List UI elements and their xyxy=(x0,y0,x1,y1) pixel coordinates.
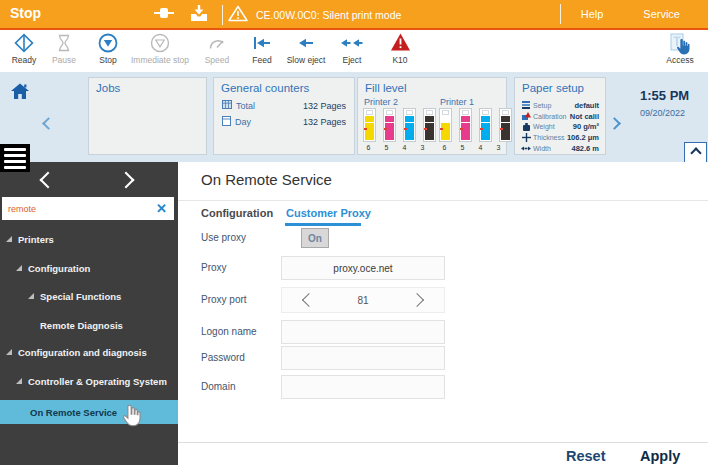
reset-button[interactable]: Reset xyxy=(566,448,606,464)
scroll-right-chevron-icon[interactable] xyxy=(610,114,619,132)
printer1-label: Printer 1 xyxy=(440,97,474,107)
apply-button[interactable]: Apply xyxy=(640,448,680,464)
sidebar-item-special-functions[interactable]: Special Functions xyxy=(0,284,178,308)
service-button[interactable]: Service xyxy=(623,8,700,20)
logon-name-input[interactable] xyxy=(281,320,445,344)
alert-message: CE.00W.0C0: Silent print mode xyxy=(256,9,401,21)
clear-search-icon[interactable]: ✕ xyxy=(149,201,174,216)
tab-configuration[interactable]: Configuration xyxy=(201,207,273,219)
password-input[interactable] xyxy=(281,346,445,370)
sidebar-item-label: Remote Diagnosis xyxy=(40,320,123,331)
download-icon[interactable] xyxy=(188,4,210,26)
counter-value: 132 Pages xyxy=(303,101,346,111)
logon-name-label: Logon name xyxy=(201,326,257,337)
ink-bottle-magenta xyxy=(383,108,396,142)
toolbar-immediate-stop-button[interactable]: Immediate stop xyxy=(125,32,195,65)
alert-banner[interactable]: CE.00W.0C0: Silent print mode xyxy=(228,5,401,24)
tab-customer-proxy[interactable]: Customer Proxy xyxy=(286,207,371,219)
collapse-dashboard-button[interactable] xyxy=(684,142,707,163)
sidebar-item-remote-diagnosis[interactable]: Remote Diagnosis xyxy=(0,313,178,337)
sidebar-item-label: On Remote Service xyxy=(30,407,117,418)
clock-date: 09/20/2022 xyxy=(640,108,685,118)
printer-control-app: Stop CE.00W.0C0: Silent print mode Help … xyxy=(0,0,708,465)
toolbar-k10-button[interactable]: K10 xyxy=(372,32,428,65)
jobs-card-title: Jobs xyxy=(96,82,120,94)
password-label: Password xyxy=(201,352,245,363)
proxy-port-label: Proxy port xyxy=(201,294,247,305)
expanded-triangle-icon xyxy=(28,293,34,299)
clock-time: 1:55 PM xyxy=(640,88,689,103)
page-title: On Remote Service xyxy=(201,171,332,188)
paper-setup-card[interactable]: Paper setup Setup default Calibration No… xyxy=(514,77,606,155)
paper-row-calibration: Calibration Not calil xyxy=(521,111,599,122)
sidebar-item-label: Configuration xyxy=(28,263,90,274)
total-counter-icon xyxy=(222,100,232,111)
toolbar-label: Immediate stop xyxy=(125,55,195,65)
on-remote-service-panel: On Remote Service Configuration Customer… xyxy=(178,162,708,465)
sidebar-item-on-remote-service[interactable]: On Remote Service xyxy=(0,400,178,424)
fill-level-card[interactable]: Fill level Printer 2 Printer 1 6543 6543 xyxy=(357,77,507,155)
general-counters-card[interactable]: General counters Total 132 Pages Day 132… xyxy=(213,77,355,155)
toolbar-label: K10 xyxy=(372,55,428,65)
domain-label: Domain xyxy=(201,381,235,392)
ink-bottle-yellow xyxy=(363,108,376,142)
printer2-slot-numbers: 6543 xyxy=(363,144,428,151)
sidebar-item-label: Printers xyxy=(18,234,54,245)
scroll-left-chevron-icon[interactable] xyxy=(44,114,53,132)
paper-setup-card-title: Paper setup xyxy=(522,82,584,94)
printer1-ink-bottles xyxy=(439,108,512,142)
sidebar-item-configuration-and-diagnosis[interactable]: Configuration and diagnosis xyxy=(0,340,178,364)
ink-bottle-black xyxy=(423,108,436,142)
sidebar-item-label: Controller & Operating System xyxy=(28,376,167,387)
fill-level-card-title: Fill level xyxy=(365,82,407,94)
home-icon[interactable] xyxy=(8,80,32,106)
jobs-card[interactable]: Jobs xyxy=(88,77,207,155)
sidebar-item-printers[interactable]: Printers xyxy=(0,227,178,251)
sidebar-item-configuration[interactable]: Configuration xyxy=(0,256,178,280)
increment-chevron-icon[interactable] xyxy=(410,293,424,307)
search-input[interactable] xyxy=(2,204,149,214)
toolbar-label: Access xyxy=(652,55,708,65)
counter-label: Day xyxy=(235,117,251,127)
sidebar-item-label: Special Functions xyxy=(40,291,121,302)
help-button[interactable]: Help xyxy=(561,8,624,20)
expanded-triangle-icon xyxy=(16,265,22,271)
divider xyxy=(222,5,223,25)
chevron-up-icon xyxy=(690,147,701,158)
counter-value: 132 Pages xyxy=(303,117,346,127)
divider xyxy=(178,200,708,201)
ink-bottle-magenta xyxy=(459,108,472,142)
toolbar-access-button[interactable]: Access xyxy=(652,32,708,65)
expanded-triangle-icon xyxy=(6,349,12,355)
use-proxy-label: Use proxy xyxy=(201,232,246,243)
use-proxy-toggle[interactable]: On xyxy=(301,228,329,248)
setup-icon xyxy=(521,101,531,109)
proxy-input[interactable] xyxy=(281,256,445,280)
counter-row-day: Day 132 Pages xyxy=(222,116,346,128)
decrement-chevron-icon[interactable] xyxy=(302,293,316,307)
access-hand-icon xyxy=(652,32,708,56)
printer2-label: Printer 2 xyxy=(364,97,398,107)
thickness-row: Thickness 106.2 μm xyxy=(521,132,599,143)
top-status-bar: Stop CE.00W.0C0: Silent print mode Help … xyxy=(0,0,708,30)
active-tab-underline xyxy=(285,223,361,226)
counters-card-title: General counters xyxy=(221,82,309,94)
settings-sidebar: ✕ Printers Configuration Special Functio… xyxy=(0,162,178,465)
proxy-label: Proxy xyxy=(201,262,227,273)
ink-bottle-yellow xyxy=(439,108,452,142)
ink-bottle-cyan xyxy=(403,108,416,142)
paper-row-weight: Weight 90 g/m² xyxy=(521,122,599,133)
domain-input[interactable] xyxy=(281,375,445,399)
sidebar-item-controller-operating-system[interactable]: Controller & Operating System xyxy=(0,369,178,393)
machine-status-label: Stop xyxy=(10,5,41,21)
warning-triangle-icon xyxy=(228,5,248,24)
day-counter-icon xyxy=(222,116,231,128)
menu-hamburger-button[interactable] xyxy=(0,144,30,172)
connector-icon[interactable] xyxy=(152,4,176,26)
dashboard-bar: Jobs General counters Total 132 Pages Da… xyxy=(0,72,708,163)
machine-toolbar: Ready Pause Stop Immediate stop Speed Fe xyxy=(0,30,708,73)
width-icon xyxy=(521,146,531,151)
paper-row-setup: Setup default xyxy=(521,100,599,111)
nav-back-chevron-icon[interactable] xyxy=(40,172,57,189)
nav-forward-chevron-icon[interactable] xyxy=(118,172,135,189)
